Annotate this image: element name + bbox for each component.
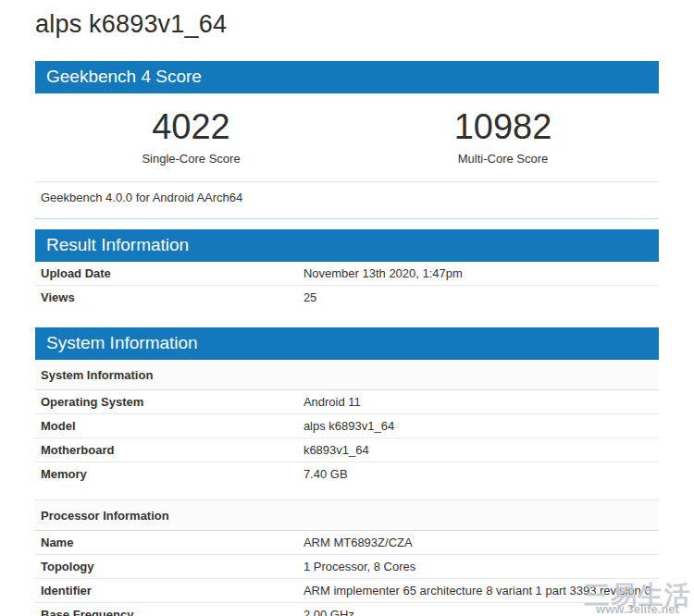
row-label: Upload Date [41,267,304,279]
system-info-panel: System Information System Information Op… [35,327,659,616]
row-label: Operating System [41,396,304,408]
single-core-score-value: 4022 [35,105,347,148]
processor-info-table: Name ARM MT6893Z/CZA Topology 1 Processo… [35,531,659,616]
row-value: ARM MT6893Z/CZA [304,536,659,548]
system-info-subheader: System Information [35,360,659,390]
result-info-header: Result Information [35,229,659,262]
table-row: Motherboard k6893v1_64 [35,437,659,462]
row-label: Base Frequency [41,609,304,616]
result-info-panel: Result Information Upload Date November … [35,229,659,309]
row-label: Motherboard [41,444,304,456]
row-label: Name [41,536,304,548]
table-row: Upload Date November 13th 2020, 1:47pm [35,262,659,285]
table-row: Operating System Android 11 [35,390,659,413]
page-title: alps k6893v1_64 [35,10,659,39]
single-core-score-block: 4022 Single-Core Score [35,105,347,166]
row-label: Identifier [41,585,304,597]
row-label: Views [41,291,304,303]
score-panel: Geekbench 4 Score 4022 Single-Core Score… [35,61,659,219]
score-summary: 4022 Single-Core Score 10982 Multi-Core … [35,93,659,181]
single-core-score-label: Single-Core Score [35,152,347,166]
score-panel-header: Geekbench 4 Score [35,61,659,93]
multi-core-score-value: 10982 [347,105,659,148]
row-value: 25 [304,291,659,303]
row-value: alps k6893v1_64 [304,420,659,432]
system-info-header: System Information [35,327,659,360]
row-label: Memory [41,468,304,480]
table-row: Views 25 [35,285,659,309]
table-row: Topology 1 Processor, 8 Cores [35,554,659,578]
row-value: 7.40 GB [304,468,659,480]
table-row: Model alps k6893v1_64 [35,413,659,437]
row-label: Model [41,420,304,432]
processor-info-group: Processor Information Name ARM MT6893Z/C… [35,499,659,616]
table-row: Base Frequency 2.00 GHz [35,602,659,616]
table-row: Name ARM MT6893Z/CZA [35,531,659,554]
system-info-table: Operating System Android 11 Model alps k… [35,390,659,486]
multi-core-score-block: 10982 Multi-Core Score [347,105,659,166]
table-row: Memory 7.40 GB [35,462,659,486]
row-value: Android 11 [304,396,659,408]
multi-core-score-label: Multi-Core Score [347,152,659,166]
row-value: November 13th 2020, 1:47pm [304,267,659,279]
row-value: 1 Processor, 8 Cores [304,561,659,573]
row-value: ARM implementer 65 architecture 8 varian… [304,585,659,597]
table-row: Identifier ARM implementer 65 architectu… [35,578,659,602]
row-label: Topology [41,561,304,573]
processor-info-subheader: Processor Information [35,499,659,531]
result-info-table: Upload Date November 13th 2020, 1:47pm V… [35,262,659,309]
row-value: k6893v1_64 [304,444,659,456]
geekbench-version-footer: Geekbench 4.0.0 for Android AArch64 [35,181,659,219]
row-value: 2.00 GHz [304,609,659,616]
page-container: alps k6893v1_64 Geekbench 4 Score 4022 S… [35,10,659,616]
system-info-group: System Information Operating System Andr… [35,360,659,486]
